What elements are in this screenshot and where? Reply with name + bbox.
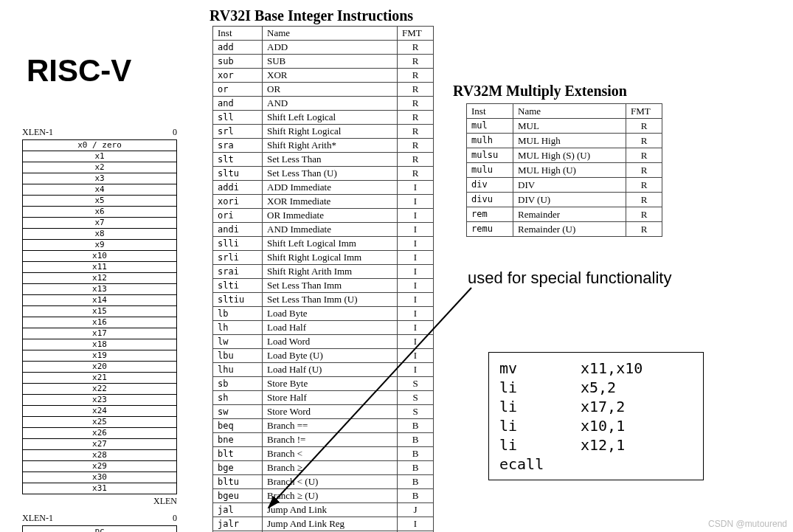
rv32i-instruction-table: Inst Name FMT addADDRsubSUBRxorXORRorORR…	[212, 26, 434, 532]
inst-cell-inst: sb	[213, 377, 263, 391]
mul-cell-inst: mulu	[467, 163, 513, 178]
mul-header-inst: Inst	[467, 104, 513, 119]
mul-cell-fmt: R	[626, 178, 662, 193]
inst-cell-inst: bne	[213, 433, 263, 447]
inst-cell-inst: lhu	[213, 363, 263, 377]
inst-cell-fmt: J	[398, 503, 434, 517]
inst-cell-name: Shift Right Logical Imm	[263, 251, 398, 265]
rv32m-instruction-table: Inst Name FMT mulMULRmulhMUL HighRmulsuM…	[466, 103, 662, 237]
inst-cell-inst: lh	[213, 321, 263, 335]
inst-cell-fmt: I	[398, 237, 434, 251]
register-cell: x28	[23, 450, 177, 461]
mul-header-fmt: FMT	[626, 104, 662, 119]
register-cell: x24	[23, 406, 177, 417]
watermark: CSDN @mutourend	[708, 519, 787, 529]
inst-cell-fmt: R	[398, 111, 434, 125]
register-cell: x7	[23, 218, 177, 229]
inst-cell-fmt: B	[398, 475, 434, 489]
inst-cell-fmt: R	[398, 83, 434, 97]
inst-cell-fmt: R	[398, 125, 434, 139]
mul-cell-fmt: R	[626, 163, 662, 178]
reg-footer: XLEN	[22, 496, 177, 507]
mul-cell-name: DIV (U)	[513, 193, 626, 207]
register-cell: x18	[23, 339, 177, 350]
code-op: mv	[499, 359, 581, 378]
inst-cell-inst: sw	[213, 405, 263, 419]
register-cell: x29	[23, 461, 177, 472]
mul-cell-inst: rem	[467, 207, 513, 222]
inst-cell-inst: slt	[213, 153, 263, 167]
register-cell: x5	[23, 196, 177, 207]
register-cell: x15	[23, 306, 177, 317]
inst-cell-fmt: B	[398, 447, 434, 461]
mul-cell-inst: div	[467, 178, 513, 193]
pc-header-left: XLEN-1	[22, 513, 53, 524]
mul-cell-fmt: R	[626, 134, 662, 148]
inst-cell-inst: sltu	[213, 167, 263, 181]
inst-cell-inst: andi	[213, 223, 263, 237]
inst-cell-name: Set Less Than (U)	[263, 167, 398, 181]
mul-cell-name: MUL	[513, 119, 626, 134]
register-cell: x2	[23, 162, 177, 173]
inst-cell-fmt: I	[398, 335, 434, 349]
inst-cell-name: Shift Right Logical	[263, 125, 398, 139]
inst-cell-fmt: I	[398, 223, 434, 237]
mul-cell-fmt: R	[626, 119, 662, 134]
code-op: ecall	[499, 455, 581, 474]
inst-cell-inst: beq	[213, 419, 263, 433]
inst-cell-fmt: R	[398, 41, 434, 55]
inst-cell-fmt: B	[398, 461, 434, 475]
code-op: li	[499, 435, 581, 455]
rv32i-section-title: RV32I Base Integer Instructions	[209, 7, 413, 24]
register-cell: x17	[23, 328, 177, 339]
register-cell: x8	[23, 229, 177, 240]
inst-cell-inst: lw	[213, 335, 263, 349]
inst-cell-name: AND	[263, 97, 398, 111]
code-args: x10,1	[581, 416, 625, 435]
inst-cell-inst: slli	[213, 237, 263, 251]
inst-cell-inst: srli	[213, 251, 263, 265]
mul-cell-inst: mulh	[467, 134, 513, 148]
inst-cell-name: Store Byte	[263, 377, 398, 391]
reg-header-right: 0	[173, 127, 177, 138]
reg-header-left: XLEN-1	[22, 127, 53, 138]
register-cell: x31	[23, 483, 177, 494]
mul-cell-inst: remu	[467, 222, 513, 237]
inst-cell-name: Branch < (U)	[263, 475, 398, 489]
mul-cell-inst: mul	[467, 119, 513, 134]
mul-header-name: Name	[513, 104, 626, 119]
mul-cell-name: DIV	[513, 178, 626, 193]
code-args: x12,1	[581, 435, 625, 455]
inst-cell-fmt: I	[398, 517, 434, 531]
mul-cell-fmt: R	[626, 148, 662, 163]
inst-cell-fmt: I	[398, 349, 434, 363]
register-cell: x0 / zero	[23, 140, 177, 151]
inst-cell-name: AND Immediate	[263, 223, 398, 237]
inst-cell-name: Shift Right Arith Imm	[263, 265, 398, 279]
code-args: x5,2	[581, 378, 616, 397]
inst-cell-inst: add	[213, 41, 263, 55]
inst-cell-inst: sll	[213, 111, 263, 125]
register-cell: x30	[23, 472, 177, 483]
inst-cell-inst: lb	[213, 307, 263, 321]
inst-cell-inst: slti	[213, 279, 263, 293]
inst-cell-inst: jalr	[213, 517, 263, 531]
inst-cell-inst: sra	[213, 139, 263, 153]
inst-header-inst: Inst	[213, 27, 263, 41]
register-cell: x23	[23, 395, 177, 406]
inst-cell-fmt: S	[398, 405, 434, 419]
inst-cell-inst: or	[213, 83, 263, 97]
inst-cell-name: Branch <	[263, 447, 398, 461]
inst-cell-fmt: R	[398, 55, 434, 69]
inst-cell-inst: jal	[213, 503, 263, 517]
inst-cell-inst: sltiu	[213, 293, 263, 307]
inst-cell-fmt: I	[398, 265, 434, 279]
inst-cell-inst: bgeu	[213, 489, 263, 503]
inst-cell-fmt: I	[398, 279, 434, 293]
code-op: li	[499, 378, 581, 397]
inst-cell-name: Set Less Than Imm (U)	[263, 293, 398, 307]
register-cell: x16	[23, 317, 177, 328]
mul-cell-name: MUL High (U)	[513, 163, 626, 178]
inst-cell-name: Jump And Link Reg	[263, 517, 398, 531]
mul-cell-inst: divu	[467, 193, 513, 207]
